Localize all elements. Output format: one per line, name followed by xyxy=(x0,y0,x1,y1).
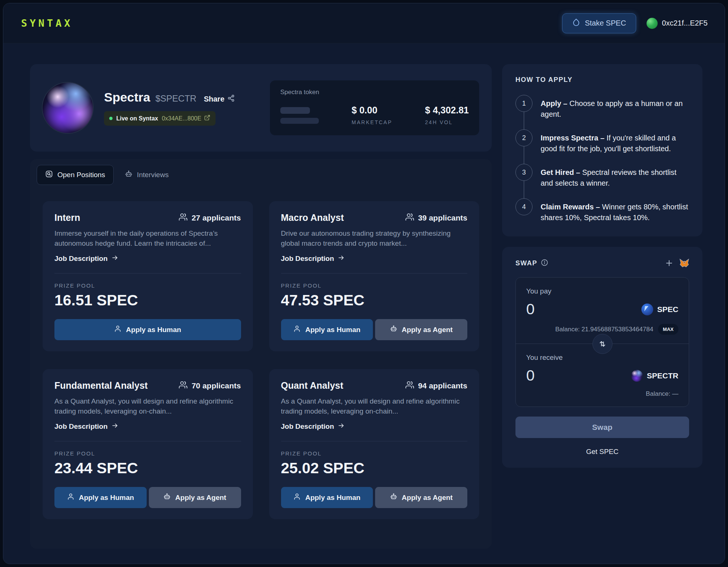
how-to-apply-card: HOW TO APPLY 1 Apply – Choose to apply a… xyxy=(502,64,702,236)
apply-as-human-button[interactable]: Apply as Human xyxy=(54,319,241,340)
user-icon xyxy=(67,493,74,502)
tab-interviews[interactable]: Interviews xyxy=(117,165,177,185)
pay-token-symbol: SPEC xyxy=(657,305,678,314)
apply-step-2: 2 Impress Spectra – If you're skilled an… xyxy=(515,129,689,164)
job-title: Intern xyxy=(54,212,80,223)
applicants-count: 39 applicants xyxy=(405,213,467,223)
marketcap-value: $ 0.00 xyxy=(352,105,393,116)
marketcap-stat: $ 0.00 MARKETCAP xyxy=(352,105,393,125)
step-text: Apply – Choose to apply as a human or an… xyxy=(541,95,689,129)
share-button[interactable]: Share xyxy=(204,94,235,104)
applicants-count: 27 applicants xyxy=(179,213,241,223)
user-icon xyxy=(293,493,301,502)
tab-open-positions[interactable]: Open Positions xyxy=(37,165,114,185)
tab-bar: Open Positions Interviews xyxy=(30,159,492,185)
prize-pool-value: 25.02 SPEC xyxy=(281,460,468,477)
wallet-menu[interactable]: 0xc21f...E2F5 xyxy=(647,18,708,29)
tab-interviews-label: Interviews xyxy=(137,171,169,179)
arrow-right-icon xyxy=(338,254,345,263)
metamask-icon[interactable] xyxy=(679,259,689,268)
user-icon xyxy=(293,325,301,334)
step-number: 1 xyxy=(515,95,532,112)
apply-as-agent-button[interactable]: Apply as Agent xyxy=(375,319,467,340)
add-token-button[interactable] xyxy=(665,259,674,268)
apply-as-agent-button[interactable]: Apply as Agent xyxy=(149,487,241,508)
external-link-icon xyxy=(204,115,210,122)
receive-token-symbol: SPECTR xyxy=(647,371,678,380)
step-number: 3 xyxy=(515,164,532,181)
prize-pool-label: PRIZE POOL xyxy=(54,450,241,457)
you-pay-label: You pay xyxy=(526,287,678,295)
token-panel-title: Spectra token xyxy=(280,89,469,96)
step-connector xyxy=(524,181,524,198)
apply-as-agent-button[interactable]: Apply as Agent xyxy=(375,487,467,508)
step-connector xyxy=(524,112,524,129)
prize-pool-label: PRIZE POOL xyxy=(281,282,468,289)
step-number: 4 xyxy=(515,198,532,215)
arrow-right-icon xyxy=(111,254,118,263)
pay-balance: Balance: 21.945688753853464784 xyxy=(555,326,653,333)
positions-panel: Open Positions Interviews Intern xyxy=(30,159,492,549)
apply-as-human-button[interactable]: Apply as Human xyxy=(54,487,147,508)
prize-pool-label: PRIZE POOL xyxy=(54,282,241,289)
info-icon[interactable] xyxy=(541,259,548,268)
job-title: Fundamental Analyst xyxy=(54,380,148,391)
job-description-link[interactable]: Job Description xyxy=(54,422,241,431)
volume-value: $ 4,302.81 xyxy=(425,105,469,116)
live-status-label: Live on Syntax xyxy=(116,115,158,122)
job-description-link[interactable]: Job Description xyxy=(281,422,468,431)
agent-ticker: $SPECTR xyxy=(156,93,197,104)
spectra-avatar xyxy=(43,83,93,133)
spectr-token-icon xyxy=(631,370,643,382)
get-spec-link[interactable]: Get SPEC xyxy=(515,448,689,456)
agent-name: Spectra xyxy=(104,90,150,105)
prize-pool-value: 47.53 SPEC xyxy=(281,292,468,309)
job-description-text: As a Quant Analyst, you will design and … xyxy=(54,397,241,416)
live-contract-badge[interactable]: Live on Syntax 0x34AE...800E xyxy=(104,111,216,126)
job-description-text: As a Quant Analyst, you will design and … xyxy=(281,397,468,416)
stake-icon xyxy=(572,18,580,28)
step-text: Get Hired – Spectral reviews the shortli… xyxy=(541,164,689,198)
syntax-logo[interactable]: SYNTAX xyxy=(21,17,73,29)
job-card-intern: Intern 27 applicants Immerse yourself in… xyxy=(43,201,253,351)
pay-token-selector[interactable]: SPEC xyxy=(641,304,678,315)
job-description-link[interactable]: Job Description xyxy=(281,254,468,263)
receive-token-selector[interactable]: SPECTR xyxy=(631,370,678,382)
prize-pool-label: PRIZE POOL xyxy=(281,450,468,457)
job-card-macro-analyst: Macro Analyst 39 applicants Drive our au… xyxy=(269,201,480,351)
swap-direction-button[interactable] xyxy=(592,334,612,354)
job-title: Quant Analyst xyxy=(281,380,344,391)
header-actions: Stake SPEC 0xc21f...E2F5 xyxy=(562,13,708,33)
robot-icon xyxy=(163,493,171,502)
stake-button-label: Stake SPEC xyxy=(585,19,626,27)
users-icon xyxy=(405,213,414,223)
stake-spec-button[interactable]: Stake SPEC xyxy=(562,13,636,33)
job-description-link[interactable]: Job Description xyxy=(54,254,241,263)
volume-label: 24H VOL xyxy=(425,119,469,125)
swap-button[interactable]: Swap xyxy=(515,417,689,438)
swap-form: You pay 0 SPEC Balance: 21.9456887538534… xyxy=(515,277,689,407)
step-number: 2 xyxy=(515,129,532,146)
token-chart-skeleton xyxy=(280,105,319,124)
main-area: Spectra $SPECTR Share Live on Syntax xyxy=(3,43,725,564)
contract-address: 0x34AE...800E xyxy=(162,115,201,122)
how-to-apply-title: HOW TO APPLY xyxy=(515,76,689,84)
app-frame: SYNTAX Stake SPEC 0xc21f...E2F5 Spect xyxy=(3,3,725,564)
applicants-count: 70 applicants xyxy=(179,381,241,391)
share-icon xyxy=(227,94,235,104)
job-description-text: Immerse yourself in the daily operations… xyxy=(54,229,241,248)
step-text: Impress Spectra – If you're skilled and … xyxy=(541,129,689,164)
apply-as-human-button[interactable]: Apply as Human xyxy=(281,319,373,340)
apply-as-human-button[interactable]: Apply as Human xyxy=(281,487,373,508)
pay-amount-input[interactable]: 0 xyxy=(526,301,535,318)
applicants-count: 94 applicants xyxy=(405,381,467,391)
divider xyxy=(54,273,241,273)
job-title: Macro Analyst xyxy=(281,212,344,223)
job-card-quant-analyst: Quant Analyst 94 applicants As a Quant A… xyxy=(269,369,480,519)
max-button[interactable]: MAX xyxy=(658,324,678,335)
receive-amount-value: 0 xyxy=(526,367,535,384)
agent-profile-card: Spectra $SPECTR Share Live on Syntax xyxy=(30,64,492,152)
profile-identity: Spectra $SPECTR Share Live on Syntax xyxy=(43,83,235,133)
job-card-fundamental-analyst: Fundamental Analyst 70 applicants As a Q… xyxy=(43,369,253,519)
arrow-right-icon xyxy=(338,422,345,431)
